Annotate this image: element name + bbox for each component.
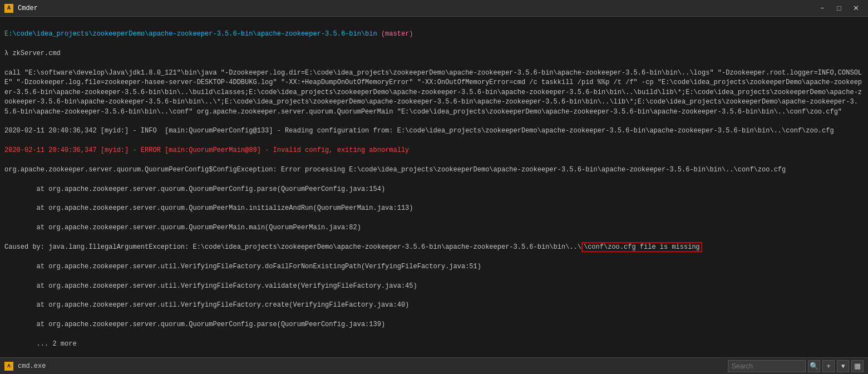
maximize-button[interactable]: □ <box>831 2 847 14</box>
stack-trace-3: at org.apache.zookeeper.server.quorum.Qu… <box>4 223 864 233</box>
info-line: 2020-02-11 20:40:36,342 [myid:] - INFO [… <box>4 126 864 136</box>
bottom-app-icon: A <box>4 362 13 371</box>
minimize-button[interactable]: − <box>815 2 830 14</box>
terminal-output: E:\code\idea_projects\zookeeperDemo\apac… <box>0 17 868 357</box>
stack-trace-1: at org.apache.zookeeper.server.quorum.Qu… <box>4 185 864 194</box>
prompt-line-1: E:\code\idea_projects\zookeeperDemo\apac… <box>4 29 864 39</box>
path-1: E:\code\idea_projects\zookeeperDemo\apac… <box>4 30 377 38</box>
error-line: 2020-02-11 20:40:36,347 [myid:] - ERROR … <box>4 146 864 155</box>
tab-name[interactable]: cmd.exe <box>18 362 728 370</box>
stack-trace-5: at org.apache.zookeeper.server.util.Veri… <box>4 282 864 291</box>
stack-trace-2: at org.apache.zookeeper.server.quorum.Qu… <box>4 204 864 213</box>
add-tab-button[interactable]: + <box>822 360 835 372</box>
bottom-bar: A cmd.exe 🔍 + ▾ ▦ <box>0 357 868 374</box>
window-controls: − □ ✕ <box>815 2 864 14</box>
missing-file-highlight: \conf\zoo.cfg file is missing <box>581 242 702 252</box>
tab-dropdown-button[interactable]: ▾ <box>837 360 849 372</box>
stack-trace-6: at org.apache.zookeeper.server.util.Veri… <box>4 301 864 310</box>
bottom-right-controls: 🔍 + ▾ ▦ <box>728 360 864 372</box>
search-input[interactable] <box>728 360 806 372</box>
stack-trace-7: at org.apache.zookeeper.server.quorum.Qu… <box>4 320 864 329</box>
caused-by-line: Caused by: java.lang.IllegalArgumentExce… <box>4 243 864 252</box>
window-title: Cmder <box>18 4 815 12</box>
grid-button[interactable]: ▦ <box>851 360 864 372</box>
command-line-1: λ zkServer.cmd <box>4 49 864 58</box>
master-badge-1: (master) <box>381 30 413 38</box>
close-button[interactable]: ✕ <box>848 2 864 14</box>
search-button[interactable]: 🔍 <box>808 360 820 372</box>
exception-line: org.apache.zookeeper.server.quorum.Quoru… <box>4 165 864 175</box>
app-icon: A <box>4 4 13 13</box>
more-line: ... 2 more <box>4 339 864 349</box>
call-block: call "E:\software\develop\Java\jdk1.8.0_… <box>4 68 864 117</box>
title-bar: A Cmder − □ ✕ <box>0 0 868 17</box>
stack-trace-4: at org.apache.zookeeper.server.util.Veri… <box>4 262 864 272</box>
